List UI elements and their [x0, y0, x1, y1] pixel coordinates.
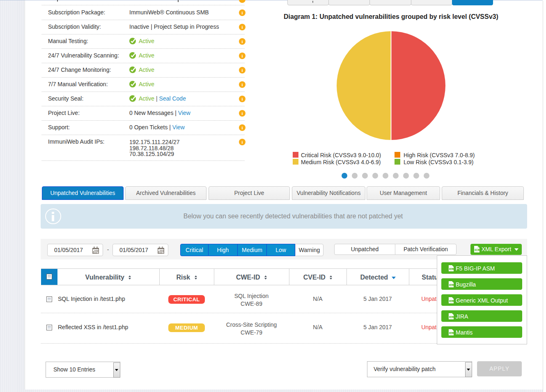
svg-text:XML: XML: [450, 332, 453, 334]
svg-text:XML: XML: [450, 268, 453, 270]
svg-text:XML: XML: [475, 249, 479, 251]
svg-text:XML: XML: [450, 284, 453, 286]
svg-text:XML: XML: [450, 316, 453, 318]
svg-text:XML: XML: [450, 300, 453, 302]
